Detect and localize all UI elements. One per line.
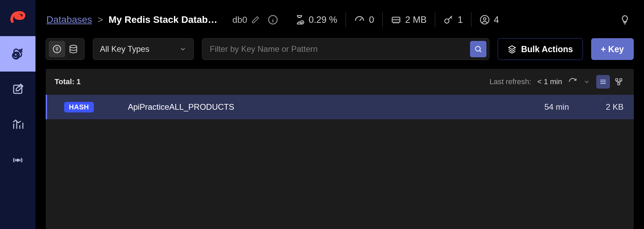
key-list: Total: 1 Last refresh: < 1 min xyxy=(46,69,634,229)
refresh-icon xyxy=(568,77,577,86)
svg-point-10 xyxy=(483,18,486,20)
stat-cpu: 0.29 % xyxy=(294,15,337,25)
svg-rect-14 xyxy=(616,79,618,81)
header: Databases > My Redis Stack Datab… db0 0.… xyxy=(35,6,644,33)
view-tree[interactable] xyxy=(612,75,626,89)
search-button[interactable] xyxy=(470,41,486,57)
divider xyxy=(471,12,471,27)
bulk-actions-button[interactable]: Bulk Actions xyxy=(498,38,583,60)
chevron-down-icon xyxy=(179,45,187,53)
pencil-icon xyxy=(251,16,260,24)
refresh-button[interactable] xyxy=(568,77,577,86)
breadcrumb: Databases > My Redis Stack Datab… xyxy=(46,14,217,25)
stat-latency-value: 0 xyxy=(369,15,374,25)
toolbar: All Key Types Bulk Actions + Key xyxy=(35,38,644,60)
nav-analytics[interactable] xyxy=(0,107,35,142)
view-toggle xyxy=(596,75,626,89)
filter-icon[interactable] xyxy=(49,41,65,57)
info-icon[interactable] xyxy=(268,15,278,25)
divider xyxy=(382,12,383,27)
list-header: Total: 1 Last refresh: < 1 min xyxy=(46,69,634,95)
breadcrumb-current: My Redis Stack Datab… xyxy=(108,14,217,25)
search-icon xyxy=(474,45,482,53)
nav-browser[interactable] xyxy=(0,36,35,72)
key-types-dropdown[interactable]: All Key Types xyxy=(93,38,194,60)
stat-memory: 2 MB xyxy=(391,15,427,25)
svg-point-4 xyxy=(17,159,19,161)
key-type-badge: HASH xyxy=(64,102,94,112)
view-list[interactable] xyxy=(596,75,610,89)
stat-keys: 1 xyxy=(443,15,463,25)
svg-rect-15 xyxy=(620,79,622,81)
refresh-menu[interactable] xyxy=(583,78,590,85)
scan-icon[interactable] xyxy=(65,41,82,57)
svg-rect-16 xyxy=(618,83,620,85)
nav-pubsub[interactable] xyxy=(0,142,35,178)
key-ttl: 54 min xyxy=(514,102,569,112)
sidebar xyxy=(0,0,35,229)
tips-icon[interactable] xyxy=(619,14,630,25)
svg-point-13 xyxy=(475,46,480,51)
breadcrumb-root[interactable]: Databases xyxy=(46,14,92,25)
total-label: Total: 1 xyxy=(55,77,81,86)
key-size: 2 KB xyxy=(583,102,624,112)
main: Databases > My Redis Stack Datab… db0 0.… xyxy=(35,0,644,229)
add-key-label: + Key xyxy=(601,44,624,54)
user-icon xyxy=(480,15,490,25)
add-key-button[interactable]: + Key xyxy=(591,38,634,60)
nav-workbench[interactable] xyxy=(0,72,35,107)
gauge-icon xyxy=(354,14,365,25)
db-index: db0 xyxy=(232,15,247,25)
tree-icon xyxy=(615,78,623,86)
svg-point-12 xyxy=(70,45,77,48)
svg-rect-3 xyxy=(14,85,22,93)
divider xyxy=(435,12,435,27)
stat-memory-value: 2 MB xyxy=(405,15,427,25)
layers-icon xyxy=(508,45,516,54)
key-types-label: All Key Types xyxy=(100,44,149,54)
key-name: ApiPracticeALL_PRODUCTS xyxy=(128,102,501,112)
filter-mode-segment xyxy=(46,38,85,60)
search-segment xyxy=(202,38,489,60)
bulk-actions-label: Bulk Actions xyxy=(521,44,573,54)
stat-keys-value: 1 xyxy=(458,15,463,25)
divider xyxy=(346,12,346,27)
refresh-value: < 1 min xyxy=(537,77,562,86)
hourglass-icon xyxy=(294,15,305,25)
stat-clients-value: 4 xyxy=(494,15,499,25)
svg-point-8 xyxy=(445,19,449,24)
db-selector[interactable]: db0 xyxy=(232,15,259,25)
stat-latency: 0 xyxy=(354,14,374,25)
memory-icon xyxy=(391,15,401,25)
stat-cpu-value: 0.29 % xyxy=(309,15,337,25)
refresh-label: Last refresh: xyxy=(489,77,531,86)
list-icon xyxy=(599,78,607,86)
redis-logo xyxy=(8,8,28,26)
key-icon xyxy=(443,15,454,25)
svg-point-2 xyxy=(13,53,18,59)
search-input[interactable] xyxy=(209,44,470,54)
chevron-down-icon xyxy=(583,78,590,85)
key-row[interactable]: HASH ApiPracticeALL_PRODUCTS 54 min 2 KB xyxy=(46,95,634,119)
breadcrumb-sep: > xyxy=(98,14,103,25)
stat-clients: 4 xyxy=(480,15,499,25)
